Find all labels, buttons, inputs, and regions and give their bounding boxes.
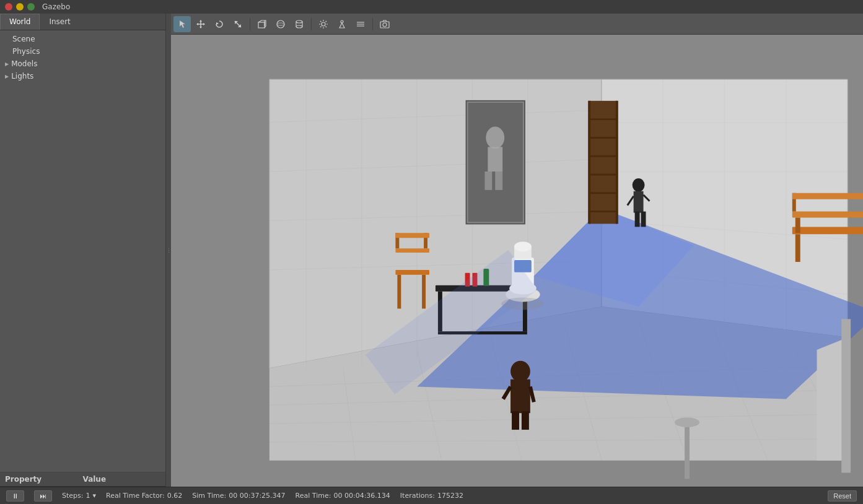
dir-light-icon [356,19,366,29]
pause-button[interactable]: ⏸ [6,490,24,502]
svg-point-14 [296,20,302,23]
sidebar-resize-handle[interactable]: ⋮ [166,14,171,487]
svg-rect-92 [792,212,863,218]
sim-time-value: 00 00:37:25.347 [229,492,285,500]
select-button[interactable] [173,16,191,32]
real-time-item: Real Time: 00 00:04:36.134 [296,492,390,500]
minimize-button[interactable] [16,3,24,11]
tab-world[interactable]: World [0,14,40,30]
svg-rect-93 [795,234,800,262]
box-button[interactable] [253,16,271,32]
svg-rect-86 [634,191,644,213]
move-icon [196,19,206,29]
toolbar-sep-3 [372,18,373,30]
sphere-button[interactable] [272,16,289,32]
toolbar [171,14,863,35]
sidebar-item-physics[interactable]: Physics [0,45,165,58]
svg-point-17 [296,25,302,28]
main-view [171,14,863,487]
resize-dots: ⋮ [166,248,171,253]
models-label: Models [11,59,37,68]
iterations-item: Iterations: 175232 [400,492,463,500]
scale-icon [233,19,243,29]
reset-button[interactable]: Reset [828,490,857,502]
content-area: World Insert Scene Physics ▶ Models ▶ Li… [0,14,863,487]
real-time-value: 00 00:04:36.134 [333,492,390,500]
sun-light-button[interactable] [315,16,332,32]
toolbar-sep-1 [250,18,250,30]
steps-value: 1 [85,492,90,500]
steps-label: Steps: [62,492,83,500]
camera-icon [380,19,390,29]
translate-button[interactable] [192,16,209,32]
cylinder-button[interactable] [291,16,308,32]
cylinder-icon [294,19,304,29]
maximize-button[interactable] [27,3,35,11]
svg-rect-69 [841,319,851,472]
lights-label: Lights [11,72,33,80]
sun-icon [318,19,328,29]
svg-rect-10 [258,22,265,28]
svg-point-120 [510,361,530,382]
svg-point-85 [633,178,645,192]
property-col-header: Property [5,475,83,484]
rotate-icon [214,19,224,29]
svg-rect-106 [395,233,429,238]
iterations-value: 175232 [437,492,463,500]
close-button[interactable] [5,3,12,11]
toolbar-sep-2 [311,18,312,30]
value-col-header: Value [83,475,161,484]
scale-button[interactable] [229,16,247,32]
property-header: Property Value [0,472,165,487]
realtime-factor-value: 0.62 [167,492,183,500]
svg-marker-5 [203,23,205,25]
app-container: World Insert Scene Physics ▶ Models ▶ Li… [0,14,863,504]
svg-rect-102 [397,275,401,309]
screenshot-button[interactable] [376,16,393,32]
step-button[interactable]: ⏭ [34,490,52,502]
lights-arrow-icon: ▶ [5,74,9,79]
svg-point-32 [383,23,387,27]
svg-rect-90 [641,212,646,227]
viewport[interactable] [171,35,863,487]
sidebar-item-scene[interactable]: Scene [0,33,165,45]
svg-point-12 [277,20,284,28]
svg-rect-101 [395,248,429,253]
spot-light-button[interactable] [333,16,351,32]
iterations-label: Iterations: [400,492,435,500]
svg-point-13 [277,23,284,25]
svg-marker-2 [199,20,202,22]
svg-point-139 [675,417,699,427]
svg-rect-124 [512,411,519,430]
sidebar: World Insert Scene Physics ▶ Models ▶ Li… [0,14,166,487]
rotate-button[interactable] [211,16,228,32]
svg-point-119 [514,241,532,251]
svg-rect-138 [685,424,690,479]
property-panel: Property Value [0,472,165,487]
svg-marker-4 [196,23,198,25]
svg-rect-99 [792,193,863,199]
sidebar-item-models[interactable]: ▶ Models [0,58,165,70]
models-arrow-icon: ▶ [5,61,9,67]
statusbar: ⏸ ⏭ Steps: 1 ▾ Real Time Factor: 0.62 Si… [0,487,863,504]
svg-line-23 [320,21,322,22]
svg-rect-100 [395,270,429,275]
svg-rect-91 [792,227,863,234]
real-time-label: Real Time: [296,492,331,500]
dir-light-button[interactable] [352,16,369,32]
svg-rect-89 [635,212,640,227]
svg-point-72 [486,127,504,149]
svg-marker-3 [199,27,202,28]
steps-down-icon: ▾ [92,492,96,500]
svg-rect-95 [795,217,800,233]
box-icon [257,19,267,29]
realtime-factor-label: Real Time Factor: [106,492,165,500]
cursor-icon [177,19,187,29]
tab-insert[interactable]: Insert [40,14,79,30]
sidebar-tabs: World Insert [0,14,165,30]
svg-point-18 [322,22,325,26]
sidebar-item-lights[interactable]: ▶ Lights [0,70,165,82]
realtime-factor-item: Real Time Factor: 0.62 [106,492,182,500]
svg-marker-6 [216,22,219,25]
app-title: Gazebo [42,2,70,11]
